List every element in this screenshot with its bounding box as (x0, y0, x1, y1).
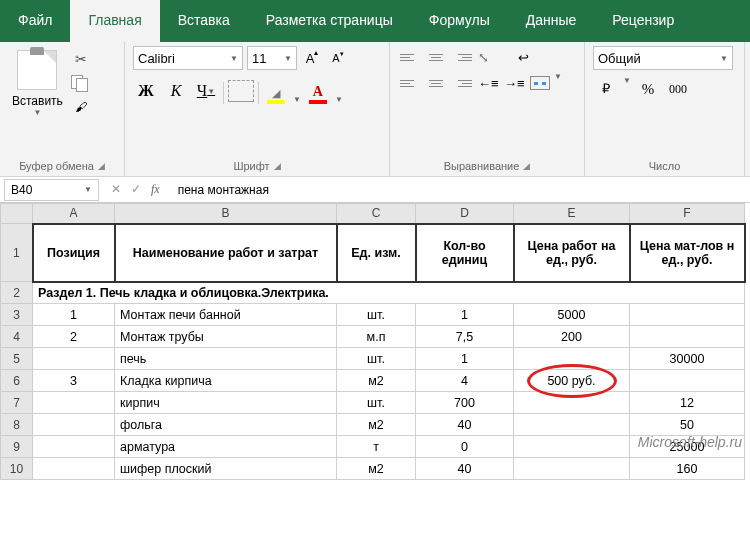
cell[interactable]: Кол-во единиц (416, 224, 514, 282)
cell[interactable]: 700 (416, 392, 514, 414)
row-header[interactable]: 3 (1, 304, 33, 326)
italic-button[interactable]: К (163, 78, 189, 104)
cell[interactable] (630, 304, 745, 326)
col-header[interactable]: E (514, 204, 630, 224)
percent-button[interactable]: % (635, 76, 661, 102)
cell[interactable]: Раздел 1. Печь кладка и облицовка.Электр… (33, 282, 745, 304)
cell[interactable] (514, 414, 630, 436)
cell[interactable]: шифер плоский (115, 458, 337, 480)
cell[interactable]: м.п (337, 326, 416, 348)
dialog-launcher-icon[interactable]: ◢ (523, 161, 530, 171)
col-header[interactable]: D (416, 204, 514, 224)
cell[interactable]: кирпич (115, 392, 337, 414)
row-header[interactable]: 6 (1, 370, 33, 392)
copy-button[interactable] (71, 74, 91, 92)
cell[interactable] (33, 458, 115, 480)
dialog-launcher-icon[interactable]: ◢ (98, 161, 105, 171)
cell[interactable] (514, 348, 630, 370)
cell[interactable]: 40 (416, 414, 514, 436)
align-middle-button[interactable] (424, 46, 448, 68)
col-header[interactable]: C (337, 204, 416, 224)
bold-button[interactable]: Ж (133, 78, 159, 104)
cell[interactable] (630, 326, 745, 348)
cell[interactable]: Ед. изм. (337, 224, 416, 282)
chevron-down-icon[interactable]: ▼ (623, 76, 631, 102)
cell[interactable]: арматура (115, 436, 337, 458)
cell[interactable]: Цена мат-лов н ед., руб. (630, 224, 745, 282)
align-left-button[interactable] (398, 72, 422, 94)
cell[interactable] (514, 392, 630, 414)
enter-icon[interactable]: ✓ (131, 182, 141, 197)
cell[interactable]: 40 (416, 458, 514, 480)
tab-home[interactable]: Главная (70, 0, 159, 42)
align-top-button[interactable] (398, 46, 422, 68)
cell[interactable]: Наименование работ и затрат (115, 224, 337, 282)
wrap-text-button[interactable]: ↩ (516, 46, 540, 68)
align-bottom-button[interactable] (450, 46, 474, 68)
cell[interactable]: м2 (337, 458, 416, 480)
cell[interactable]: Позиция (33, 224, 115, 282)
cell[interactable]: 160 (630, 458, 745, 480)
col-header[interactable]: F (630, 204, 745, 224)
cell[interactable]: шт. (337, 348, 416, 370)
dialog-launcher-icon[interactable]: ◢ (274, 161, 281, 171)
cell[interactable]: 1 (416, 304, 514, 326)
paste-button[interactable]: Вставить ▼ (8, 46, 67, 141)
name-box[interactable]: B40▼ (4, 179, 99, 201)
cut-button[interactable] (71, 50, 91, 68)
merge-button[interactable] (528, 72, 552, 94)
col-header[interactable]: A (33, 204, 115, 224)
cell[interactable]: 200 (514, 326, 630, 348)
cell[interactable] (514, 436, 630, 458)
cell[interactable] (33, 348, 115, 370)
cell[interactable] (630, 370, 745, 392)
cell[interactable]: печь (115, 348, 337, 370)
tab-review[interactable]: Рецензир (594, 0, 692, 42)
tab-formulas[interactable]: Формулы (411, 0, 508, 42)
tab-layout[interactable]: Разметка страницы (248, 0, 411, 42)
cell[interactable]: м2 (337, 414, 416, 436)
row-header[interactable]: 9 (1, 436, 33, 458)
cell[interactable]: 5000 (514, 304, 630, 326)
cell[interactable]: 2 (33, 326, 115, 348)
cell[interactable]: Цена работ на ед., руб. (514, 224, 630, 282)
cell[interactable]: 1 (416, 348, 514, 370)
cell[interactable] (33, 414, 115, 436)
row-header[interactable]: 10 (1, 458, 33, 480)
cell[interactable]: м2 (337, 370, 416, 392)
formula-input[interactable]: пена монтажная (168, 183, 750, 197)
font-color-button[interactable]: A (305, 84, 331, 104)
row-header[interactable]: 1 (1, 224, 33, 282)
cell[interactable]: Монтаж трубы (115, 326, 337, 348)
fill-color-button[interactable] (263, 85, 289, 104)
cell[interactable]: 12 (630, 392, 745, 414)
currency-button[interactable] (593, 76, 619, 102)
row-header[interactable]: 8 (1, 414, 33, 436)
tab-insert[interactable]: Вставка (160, 0, 248, 42)
cell[interactable]: Кладка кирпича (115, 370, 337, 392)
cell[interactable]: шт. (337, 304, 416, 326)
cell[interactable] (514, 458, 630, 480)
decrease-indent-button[interactable]: ←≡ (476, 72, 500, 94)
tab-file[interactable]: Файл (0, 0, 70, 42)
cell[interactable]: т (337, 436, 416, 458)
row-header[interactable]: 2 (1, 282, 33, 304)
fx-icon[interactable]: fx (151, 182, 160, 197)
format-painter-button[interactable] (71, 98, 91, 116)
cell[interactable]: 30000 (630, 348, 745, 370)
chevron-down-icon[interactable]: ▼ (293, 95, 301, 104)
row-header[interactable]: 4 (1, 326, 33, 348)
cell[interactable]: 3 (33, 370, 115, 392)
number-format-combo[interactable]: Общий▼ (593, 46, 733, 70)
col-header[interactable]: B (115, 204, 337, 224)
cell[interactable]: 4 (416, 370, 514, 392)
cell[interactable]: шт. (337, 392, 416, 414)
increase-font-button[interactable]: A▴ (301, 47, 323, 69)
increase-indent-button[interactable]: →≡ (502, 72, 526, 94)
thousands-button[interactable]: 000 (665, 76, 691, 102)
cell[interactable] (33, 436, 115, 458)
chevron-down-icon[interactable]: ▼ (335, 95, 343, 104)
cancel-icon[interactable]: ✕ (111, 182, 121, 197)
orientation-button[interactable] (476, 46, 500, 68)
underline-button[interactable]: Ч ▼ (193, 78, 219, 104)
